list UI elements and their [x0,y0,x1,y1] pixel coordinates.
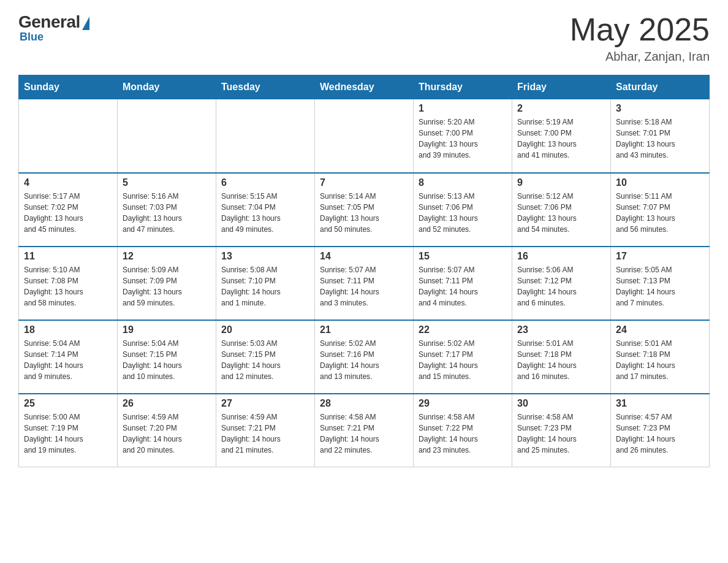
day-info: Sunrise: 4:59 AMSunset: 7:20 PMDaylight:… [123,412,211,456]
day-number: 1 [419,103,507,114]
calendar-day-cell: 16Sunrise: 5:06 AMSunset: 7:12 PMDayligh… [512,247,611,320]
logo-triangle-icon [82,17,89,30]
logo-general-text: General [18,12,80,32]
day-info: Sunrise: 5:07 AMSunset: 7:11 PMDaylight:… [320,264,408,308]
day-number: 25 [24,398,112,409]
calendar-day-cell: 28Sunrise: 4:58 AMSunset: 7:21 PMDayligh… [315,394,414,467]
calendar-day-cell: 1Sunrise: 5:20 AMSunset: 7:00 PMDaylight… [414,99,512,173]
day-info: Sunrise: 5:01 AMSunset: 7:18 PMDaylight:… [616,338,704,382]
calendar-header-row: Sunday Monday Tuesday Wednesday Thursday… [19,75,710,99]
calendar-day-cell: 31Sunrise: 4:57 AMSunset: 7:23 PMDayligh… [611,394,710,467]
calendar-day-cell: 10Sunrise: 5:11 AMSunset: 7:07 PMDayligh… [611,173,710,247]
day-number: 23 [517,324,605,335]
day-info: Sunrise: 5:10 AMSunset: 7:08 PMDaylight:… [24,264,112,308]
day-number: 21 [320,324,408,335]
day-info: Sunrise: 5:19 AMSunset: 7:00 PMDaylight:… [517,117,605,161]
calendar-day-cell [216,99,315,173]
calendar-day-cell: 24Sunrise: 5:01 AMSunset: 7:18 PMDayligh… [611,320,710,394]
col-tuesday: Tuesday [216,75,315,99]
day-number: 7 [320,177,408,188]
col-sunday: Sunday [19,75,118,99]
calendar-day-cell: 2Sunrise: 5:19 AMSunset: 7:00 PMDaylight… [512,99,611,173]
calendar-day-cell: 3Sunrise: 5:18 AMSunset: 7:01 PMDaylight… [611,99,710,173]
calendar-day-cell [315,99,414,173]
day-number: 29 [419,398,507,409]
day-number: 3 [616,103,704,114]
day-number: 26 [123,398,211,409]
day-info: Sunrise: 5:07 AMSunset: 7:11 PMDaylight:… [419,264,507,308]
day-info: Sunrise: 5:12 AMSunset: 7:06 PMDaylight:… [517,191,605,235]
day-info: Sunrise: 5:02 AMSunset: 7:17 PMDaylight:… [419,338,507,382]
day-number: 11 [24,251,112,262]
day-number: 31 [616,398,704,409]
calendar-day-cell: 26Sunrise: 4:59 AMSunset: 7:20 PMDayligh… [118,394,216,467]
calendar-day-cell: 18Sunrise: 5:04 AMSunset: 7:14 PMDayligh… [19,320,118,394]
calendar-day-cell: 21Sunrise: 5:02 AMSunset: 7:16 PMDayligh… [315,320,414,394]
col-saturday: Saturday [611,75,710,99]
col-friday: Friday [512,75,611,99]
calendar-title: May 2025 [570,12,710,47]
calendar-day-cell: 13Sunrise: 5:08 AMSunset: 7:10 PMDayligh… [216,247,315,320]
day-info: Sunrise: 4:58 AMSunset: 7:22 PMDaylight:… [419,412,507,456]
calendar-day-cell: 22Sunrise: 5:02 AMSunset: 7:17 PMDayligh… [414,320,512,394]
logo: General Blue [18,12,89,44]
day-info: Sunrise: 4:59 AMSunset: 7:21 PMDaylight:… [221,412,309,456]
calendar-table: Sunday Monday Tuesday Wednesday Thursday… [18,75,710,467]
day-info: Sunrise: 5:17 AMSunset: 7:02 PMDaylight:… [24,191,112,235]
calendar-week-2: 4Sunrise: 5:17 AMSunset: 7:02 PMDaylight… [19,173,710,247]
calendar-day-cell: 8Sunrise: 5:13 AMSunset: 7:06 PMDaylight… [414,173,512,247]
day-info: Sunrise: 5:04 AMSunset: 7:15 PMDaylight:… [123,338,211,382]
calendar-day-cell: 5Sunrise: 5:16 AMSunset: 7:03 PMDaylight… [118,173,216,247]
day-info: Sunrise: 4:57 AMSunset: 7:23 PMDaylight:… [616,412,704,456]
day-number: 15 [419,251,507,262]
calendar-day-cell: 27Sunrise: 4:59 AMSunset: 7:21 PMDayligh… [216,394,315,467]
calendar-day-cell: 17Sunrise: 5:05 AMSunset: 7:13 PMDayligh… [611,247,710,320]
calendar-day-cell: 25Sunrise: 5:00 AMSunset: 7:19 PMDayligh… [19,394,118,467]
day-info: Sunrise: 5:04 AMSunset: 7:14 PMDaylight:… [24,338,112,382]
calendar-day-cell: 4Sunrise: 5:17 AMSunset: 7:02 PMDaylight… [19,173,118,247]
day-number: 20 [221,324,309,335]
day-number: 2 [517,103,605,114]
calendar-week-1: 1Sunrise: 5:20 AMSunset: 7:00 PMDaylight… [19,99,710,173]
day-info: Sunrise: 5:03 AMSunset: 7:15 PMDaylight:… [221,338,309,382]
calendar-day-cell [118,99,216,173]
day-info: Sunrise: 5:06 AMSunset: 7:12 PMDaylight:… [517,264,605,308]
day-number: 12 [123,251,211,262]
day-number: 6 [221,177,309,188]
calendar-week-3: 11Sunrise: 5:10 AMSunset: 7:08 PMDayligh… [19,247,710,320]
day-number: 8 [419,177,507,188]
day-number: 13 [221,251,309,262]
day-number: 14 [320,251,408,262]
day-number: 10 [616,177,704,188]
calendar-day-cell: 19Sunrise: 5:04 AMSunset: 7:15 PMDayligh… [118,320,216,394]
logo-blue-text: Blue [20,31,44,44]
day-info: Sunrise: 5:15 AMSunset: 7:04 PMDaylight:… [221,191,309,235]
col-thursday: Thursday [414,75,512,99]
day-info: Sunrise: 4:58 AMSunset: 7:21 PMDaylight:… [320,412,408,456]
calendar-day-cell: 29Sunrise: 4:58 AMSunset: 7:22 PMDayligh… [414,394,512,467]
calendar-day-cell: 6Sunrise: 5:15 AMSunset: 7:04 PMDaylight… [216,173,315,247]
day-number: 30 [517,398,605,409]
calendar-day-cell [19,99,118,173]
day-info: Sunrise: 5:16 AMSunset: 7:03 PMDaylight:… [123,191,211,235]
calendar-day-cell: 12Sunrise: 5:09 AMSunset: 7:09 PMDayligh… [118,247,216,320]
calendar-subtitle: Abhar, Zanjan, Iran [570,50,710,64]
calendar-day-cell: 20Sunrise: 5:03 AMSunset: 7:15 PMDayligh… [216,320,315,394]
calendar-day-cell: 7Sunrise: 5:14 AMSunset: 7:05 PMDaylight… [315,173,414,247]
day-info: Sunrise: 5:01 AMSunset: 7:18 PMDaylight:… [517,338,605,382]
calendar-week-5: 25Sunrise: 5:00 AMSunset: 7:19 PMDayligh… [19,394,710,467]
day-info: Sunrise: 5:20 AMSunset: 7:00 PMDaylight:… [419,117,507,161]
day-number: 27 [221,398,309,409]
calendar-day-cell: 9Sunrise: 5:12 AMSunset: 7:06 PMDaylight… [512,173,611,247]
day-number: 19 [123,324,211,335]
day-info: Sunrise: 5:18 AMSunset: 7:01 PMDaylight:… [616,117,704,161]
day-number: 24 [616,324,704,335]
day-info: Sunrise: 5:09 AMSunset: 7:09 PMDaylight:… [123,264,211,308]
day-info: Sunrise: 5:00 AMSunset: 7:19 PMDaylight:… [24,412,112,456]
day-info: Sunrise: 5:11 AMSunset: 7:07 PMDaylight:… [616,191,704,235]
day-number: 22 [419,324,507,335]
calendar-day-cell: 15Sunrise: 5:07 AMSunset: 7:11 PMDayligh… [414,247,512,320]
col-monday: Monday [118,75,216,99]
title-block: May 2025 Abhar, Zanjan, Iran [570,12,710,64]
day-number: 5 [123,177,211,188]
